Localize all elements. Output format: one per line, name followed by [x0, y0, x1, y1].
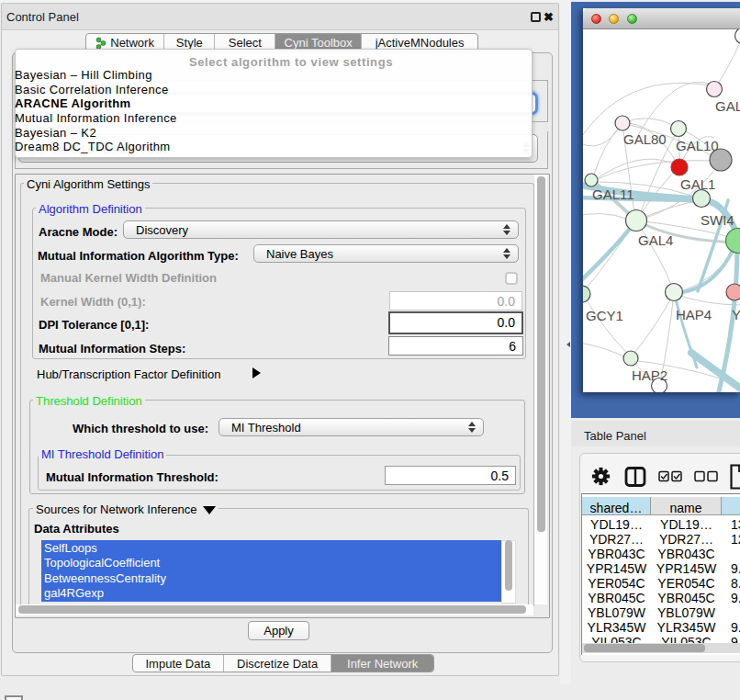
svg-text:GAL11: GAL11	[592, 186, 634, 202]
svg-text:GAL: GAL	[715, 98, 740, 114]
svg-text:GAL1: GAL1	[680, 176, 715, 192]
svg-text:GAL80: GAL80	[623, 131, 667, 147]
svg-text:GAL10: GAL10	[676, 138, 719, 153]
svg-text:GCY1: GCY1	[586, 308, 623, 323]
svg-text:GAL4: GAL4	[638, 232, 673, 248]
svg-text:SWI4: SWI4	[701, 212, 734, 228]
svg-text:Y: Y	[732, 307, 740, 322]
svg-text:HAP4: HAP4	[676, 307, 712, 322]
svg-text:HAP2: HAP2	[632, 367, 667, 383]
